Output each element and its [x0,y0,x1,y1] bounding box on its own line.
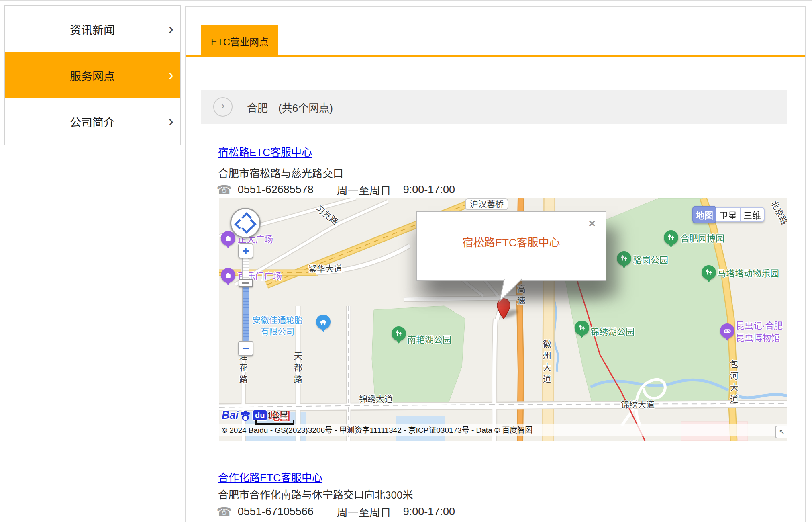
map-corner-button[interactable]: ↖ [775,426,787,438]
phone-number: 0551-62685578 [238,184,314,196]
open-hours: 9:00-17:00 [403,184,455,196]
city-name: 合肥 [247,100,268,115]
close-icon[interactable]: × [588,217,596,230]
baidu-logo-text: Bai [222,409,239,422]
outlet-count: (共6个网点) [278,100,333,115]
expand-section-button[interactable]: › [213,97,233,117]
open-hours: 9:00-17:00 [403,506,455,518]
page-top-divider [0,0,812,1]
tab-underline [186,55,805,57]
chevron-right-icon: › [168,66,173,84]
location-link-susonglu[interactable]: 宿松路ETC客服中心 [218,144,312,159]
map-type-button[interactable]: 地图 [692,206,716,223]
zoom-slider-track[interactable] [242,258,249,342]
sidebar-item-0[interactable]: 资讯新闻› [5,6,180,52]
sidebar-item-label: 公司简介 [70,114,115,130]
map-copyright: © 2024 Baidu - GS(2023)3206号 - 甲测资字11111… [219,424,787,436]
zoom-out-button[interactable]: − [238,341,253,356]
park-poi-pin[interactable] [392,326,406,341]
city-section-header: › 合肥 (共6个网点) [201,90,787,124]
chevron-right-icon: › [168,19,173,37]
map-type-button[interactable]: 三维 [741,207,765,222]
map-type-button[interactable]: 卫星 [716,207,741,222]
phone-icon: ☎ [216,182,232,197]
info-window-title: 宿松路ETC客服中心 [417,234,606,250]
phone-icon: ☎ [216,504,232,519]
baidu-paw-icon [239,409,251,422]
car-poi-pin[interactable] [316,315,331,329]
main-panel: ETC营业网点 › 合肥 (共6个网点) 宿松路ETC客服中心 合肥市宿松路与慈… [185,6,806,522]
tab-etc-outlets[interactable]: ETC营业网点 [201,25,278,57]
location-phone-row: ☎ 0551-62685578 周一至周日 9:00-17:00 [216,182,455,198]
park-poi-pin[interactable] [617,251,631,266]
sidebar-item-label: 服务网点 [70,68,115,84]
zoom-in-button[interactable]: + [238,243,253,258]
sidebar-item-2[interactable]: 公司简介› [5,98,180,145]
phone-number: 0551-67105566 [238,506,314,518]
open-days: 周一至周日 [337,504,391,520]
game-poi-pin[interactable] [720,323,734,338]
sidebar: 资讯新闻›服务网点›公司简介› [4,5,181,145]
location-link-hezuohualu[interactable]: 合作化路ETC客服中心 [218,469,322,484]
park-poi-pin[interactable] [702,265,716,280]
chevron-right-icon: › [168,112,173,130]
location-address: 合肥市合作化南路与休宁路交口向北300米 [218,487,413,502]
info-window-tail [496,278,524,302]
location-phone-row: ☎ 0551-67105566 周一至周日 9:00-17:00 [216,504,455,520]
baidu-du-badge: du [252,409,267,421]
park-poi-pin[interactable] [575,321,589,335]
chevron-right-icon: › [221,100,224,111]
zoom-slider-handle[interactable] [239,279,253,287]
mall-poi-pin[interactable] [221,268,235,282]
open-days: 周一至周日 [337,182,391,198]
location-address: 合肥市宿松路与慈光路交口 [218,165,343,180]
mall-poi-pin[interactable] [221,231,235,246]
sidebar-item-label: 资讯新闻 [70,21,115,37]
scale-bar [255,420,294,425]
scale-label: 1公里 [267,409,288,420]
map-type-switcher: 地图卫星三维 [692,207,765,223]
map-pan-control[interactable] [230,208,261,238]
info-window: 宿松路ETC客服中心 × [416,211,606,281]
sidebar-item-1[interactable]: 服务网点› [5,52,180,98]
park-poi-pin[interactable] [664,230,678,245]
baidu-map[interactable]: 沪汉蓉桥习友路繁华大道莲花路天都路高速徽州大道锦绣大道锦绣大道包河大道北京路正大… [219,198,787,441]
